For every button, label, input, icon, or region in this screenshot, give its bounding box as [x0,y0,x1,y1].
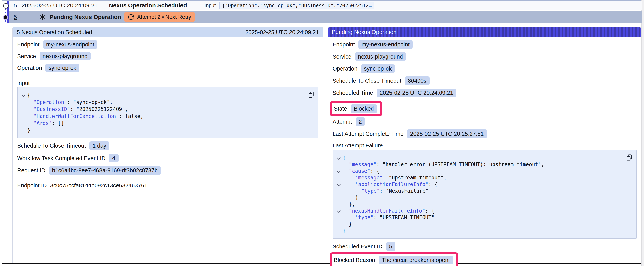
blocked-reason-highlight-annotation: Blocked Reason The circuit breaker is op… [330,252,458,266]
detail-label: Attempt [332,119,352,125]
history-row-pending-nexus[interactable]: 5 Pending Nexus Operation Attempt 2 • Ne… [8,11,642,23]
event-input-preview: {"Operation":"sync-op-ok","BusinessID":"… [219,2,374,9]
timeline-connector [5,9,6,14]
detail-row: Schedule To Close Timeout 86400s [332,76,636,85]
last-attempt-failure-label: Last Attempt Failure [332,142,636,149]
attempt-retry-badge: Attempt 2 • Next Retry [124,12,194,22]
detail-value-chip: nexus-playground [40,52,91,61]
pending-operation-header: Pending Nexus Operation [328,27,641,37]
event-id-link[interactable]: 5 [14,2,17,9]
event-details-header-title: 5 Nexus Operation Scheduled [17,29,92,36]
event-title: Nexus Operation Scheduled [109,2,187,9]
code-line: "BusinessID": "20250225122409", [20,106,304,113]
endpoint-id-row: Endpoint ID 3c0c75ccfa8144b092c13ce63246… [17,181,318,190]
retry-icon [128,14,134,20]
code-line: } [20,127,304,134]
detail-value-chip: 1 day [90,141,110,150]
chevron-down-icon[interactable] [337,182,341,186]
detail-value-chip: 4 [109,154,118,162]
scrollbar-track[interactable] [642,0,644,266]
blocked-reason-label: Blocked Reason [334,257,375,263]
detail-label: Endpoint [17,41,40,48]
pending-id-link[interactable]: 5 [14,14,17,20]
detail-row: Operation sync-op-ok [332,64,636,73]
workflow-history-view: 5 2025-02-25 UTC 20:24:09.21 Nexus Opera… [0,0,644,266]
timeline-node-open-icon[interactable] [3,3,8,9]
copy-button[interactable] [308,91,314,98]
code-line: "type": "UPSTREAM_TIMEOUT" [335,214,622,221]
detail-row: Service nexus-playground [332,52,636,61]
detail-value-chip: b1c6a4bc-8ee7-468a-9169-df3b02c8737b [49,166,161,175]
code-line: { [335,154,622,161]
state-highlight-annotation: State Blocked [330,101,382,116]
event-input-label: Input [204,3,216,9]
detail-row: Schedule To Close Timeout 1 day [17,141,318,150]
left-divider [2,0,2,266]
detail-label: Schedule To Close Timeout [332,78,401,84]
code-line: "type": "NexusFailure" [335,188,622,194]
chevron-down-icon[interactable] [337,209,341,213]
detail-row: Workflow Task Completed Event ID 4 [17,154,318,162]
detail-value-chip: 5 [386,242,395,251]
code-line: "cause": { [335,168,622,174]
last-attempt-complete-row: Last Attempt Complete Time 2025-02-25 UT… [332,129,636,138]
pending-operation-panel: Pending Nexus Operation Endpoint my-nexu… [328,27,641,264]
code-line: }, [335,201,622,207]
timeline-connector [5,20,6,24]
code-line: "message": "upstream timeout", [335,174,622,181]
detail-row: Scheduled Time 2025-02-25 UTC 20:24:09.2… [332,89,636,97]
copy-button[interactable] [626,154,632,161]
copy-icon [626,154,632,161]
attempt-row: Attempt 2 [332,117,636,126]
endpoint-id-link[interactable]: 3c0c75ccfa8144b092c13ce632463761 [50,182,147,189]
event-details-panel: 5 Nexus Operation Scheduled 2025-02-25 U… [12,27,323,264]
timeline-node-filled-icon[interactable] [3,15,8,20]
code-line: "HandlerWaitForCancellation": false, [20,113,304,120]
detail-row: Request ID b1c6a4bc-8ee7-468a-9169-df3b0… [17,166,318,175]
chevron-down-icon[interactable] [22,93,25,97]
detail-value-chip: sync-op-ok [46,64,79,72]
chevron-down-icon[interactable] [337,156,341,160]
detail-row: Endpoint my-nexus-endpoint [17,40,318,49]
code-line: "Operation": "sync-op-ok", [20,99,304,106]
chevron-down-icon[interactable] [337,169,341,173]
code-line: "Args": [] [20,120,304,127]
failure-json-viewer: {"message": "handler error (UPSTREAM_TIM… [332,150,636,239]
code-line: } [335,194,622,201]
detail-value-chip: my-nexus-endpoint [358,40,413,49]
code-line: { [20,92,304,99]
detail-value-chip: sync-op-ok [361,64,395,73]
blocked-reason-value-chip: The circuit breaker is open. [378,256,453,264]
copy-icon [308,91,314,98]
detail-value-chip: nexus-playground [355,52,406,61]
pending-title: Pending Nexus Operation [50,14,121,20]
history-row-event[interactable]: 5 2025-02-25 UTC 20:24:09.21 Nexus Opera… [8,1,642,10]
event-details-header-time: 2025-02-25 UTC 20:24:09.21 [246,29,319,36]
detail-row: Service nexus-playground [17,52,318,61]
detail-label: Operation [332,66,357,72]
detail-label: Endpoint ID [17,182,47,189]
detail-label: Last Attempt Complete Time [332,131,404,137]
code-line: } [335,227,622,234]
detail-value-chip: 2025-02-25 UTC 20:25:27.51 [407,129,487,138]
event-details-header: 5 Nexus Operation Scheduled 2025-02-25 U… [13,27,323,37]
event-timestamp: 2025-02-25 UTC 20:24:09.21 [22,2,98,9]
detail-label: Operation [17,65,42,71]
detail-label: Scheduled Time [332,90,373,96]
detail-label: Service [17,53,36,60]
detail-label: Workflow Task Completed Event ID [17,155,106,161]
detail-label: Endpoint [332,41,355,48]
code-line: "applicationFailureInfo": { [335,181,622,188]
detail-value-chip: 86400s [405,76,430,85]
detail-label: Request ID [17,167,46,174]
details-bottom-divider [2,263,641,264]
detail-label: Scheduled Event ID [332,243,382,250]
pending-asterisk-icon [39,13,46,21]
attempt-badge-text: Attempt 2 • Next Retry [137,14,191,20]
input-section-label: Input [17,79,318,87]
detail-label: Schedule To Close Timeout [17,143,86,149]
event-detail-rows-2: Schedule To Close Timeout 1 day Workflow… [17,141,318,190]
code-line: "nexusHandlerFailureInfo": { [335,207,622,214]
state-label: State [334,106,347,112]
input-json-viewer: {"Operation": "sync-op-ok","BusinessID":… [17,87,318,138]
